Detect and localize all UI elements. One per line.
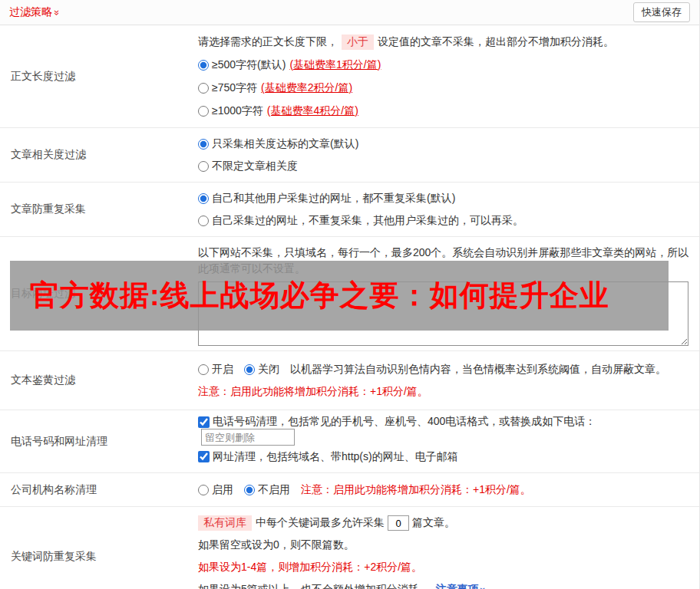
keyword-limit-input[interactable]	[388, 515, 409, 531]
ad-overlay-banner: 官方数据:线上战场必争之要：如何提升企业	[10, 261, 669, 331]
dedup-global-radio[interactable]	[198, 193, 209, 204]
notice-link[interactable]: 注意事项 »	[436, 583, 486, 589]
body-length-option: ≥500字符(默认) (基础费率1积分/篇)	[198, 54, 692, 77]
row-label: 文本鉴黄过滤	[0, 351, 198, 410]
page-title-text: 过滤策略	[9, 5, 52, 19]
fee-note: (基础费率2积分/篇)	[261, 81, 352, 95]
dedup-option: 自己采集过的网址，不重复采集，其他用户采集过的，可以再采。	[198, 209, 692, 232]
row-label: 公司机构名称清理	[0, 473, 198, 506]
body-length-750-radio[interactable]	[198, 83, 209, 94]
company-clean-options: 启用 不启用 注意：启用此功能将增加积分消耗：+1积分/篇。	[198, 479, 692, 501]
keyword-limit-line: 私有词库 中每个关键词最多允许采集 篇文章。	[198, 512, 692, 535]
porn-filter-description: 以机器学习算法自动识别色情内容，当色情概率达到系统阈值，自动屏蔽文章。	[290, 363, 666, 377]
dedup-self-only-radio[interactable]	[198, 216, 209, 226]
body-length-1000-radio[interactable]	[198, 106, 209, 117]
private-lexicon-highlight: 私有词库	[198, 515, 252, 531]
porn-on-radio[interactable]	[198, 364, 209, 375]
porn-filter-options: 开启 关闭 以机器学习算法自动识别色情内容，当色情概率达到系统阈值，自动屏蔽文章…	[198, 358, 692, 380]
page-title[interactable]: 过滤策略 »	[9, 5, 60, 19]
filter-strategy-page: 过滤策略 » 快速保存 正文长度过滤 请选择需求的正文长度下限， 小于 设定值的…	[0, 0, 700, 589]
quick-save-button[interactable]: 快速保存	[633, 2, 690, 22]
body-length-option: ≥1000字符 (基础费率4积分/篇)	[198, 100, 692, 123]
keyword-note-unlimited: 如果留空或设为0，则不限篇数。	[198, 535, 692, 557]
row-label: 关键词防重复采集	[0, 507, 198, 589]
body-length-intro: 请选择需求的正文长度下限， 小于 设定值的文章不采集，超出部分不增加积分消耗。	[198, 31, 692, 54]
row-body-length-filter: 正文长度过滤 请选择需求的正文长度下限， 小于 设定值的文章不采集，超出部分不增…	[0, 25, 699, 128]
dedup-option: 自己和其他用户采集过的网址，都不重复采集(默认)	[198, 187, 692, 209]
row-label: 电话号码和网址清理	[0, 410, 198, 472]
company-clean-off-radio[interactable]	[244, 485, 255, 495]
body-length-500-radio[interactable]	[198, 60, 209, 71]
relevance-strict-radio[interactable]	[198, 139, 209, 150]
company-clean-warning: 注意：启用此功能将增加积分消耗：+1积分/篇。	[301, 483, 531, 497]
relevance-option: 只采集相关度达标的文章(默认)	[198, 133, 692, 155]
phone-clean-checkbox[interactable]	[198, 416, 210, 428]
phone-clean-option: 电话号码清理，包括常见的手机号、座机号、400电话格式，或替换成如下电话：	[198, 415, 692, 446]
porn-filter-warning: 注意：启用此功能将增加积分消耗：+1积分/篇。	[198, 380, 692, 403]
row-label: 正文长度过滤	[0, 25, 198, 127]
ad-overlay-text: 官方数据:线上战场必争之要：如何提升企业	[30, 276, 609, 315]
fee-note: (基础费率4积分/篇)	[267, 104, 358, 118]
top-bar: 过滤策略 » 快速保存	[0, 0, 699, 25]
url-clean-checkbox[interactable]	[198, 451, 210, 462]
relevance-any-radio[interactable]	[198, 161, 209, 172]
relevance-option: 不限定文章相关度	[198, 155, 692, 177]
row-keyword-dedup: 关键词防重复采集 私有词库 中每个关键词最多允许采集 篇文章。 如果留空或设为0…	[0, 507, 699, 589]
replacement-phone-input[interactable]	[201, 429, 295, 446]
row-label: 文章防重复采集	[0, 183, 198, 236]
row-label: 文章相关度过滤	[0, 128, 198, 182]
less-than-highlight: 小于	[342, 35, 374, 50]
row-dedup-collection: 文章防重复采集 自己和其他用户采集过的网址，都不重复采集(默认) 自己采集过的网…	[0, 183, 699, 237]
company-clean-on-radio[interactable]	[198, 485, 209, 495]
row-company-name-cleaning: 公司机构名称清理 启用 不启用 注意：启用此功能将增加积分消耗：+1积分/篇。	[0, 473, 699, 507]
keyword-note-five: 如果设为5篇或以上，也不会额外增加积分消耗。 注意事项 »	[198, 579, 692, 589]
keyword-note-cost: 如果设为1-4篇，则增加积分消耗：+2积分/篇。	[198, 557, 692, 579]
row-porn-filter: 文本鉴黄过滤 开启 关闭 以机器学习算法自动识别色情内容，当色情概率达到系统阈值…	[0, 351, 699, 410]
row-phone-url-cleaning: 电话号码和网址清理 电话号码清理，包括常见的手机号、座机号、400电话格式，或替…	[0, 410, 699, 473]
row-relevance-filter: 文章相关度过滤 只采集相关度达标的文章(默认) 不限定文章相关度	[0, 128, 699, 183]
chevron-down-icon: »	[52, 9, 62, 15]
url-clean-option: 网址清理，包括纯域名、带http(s)的网址、电子邮箱	[198, 446, 692, 468]
body-length-option: ≥750字符 (基础费率2积分/篇)	[198, 77, 692, 100]
fee-note: (基础费率1积分/篇)	[289, 58, 381, 72]
porn-off-radio[interactable]	[244, 364, 255, 375]
